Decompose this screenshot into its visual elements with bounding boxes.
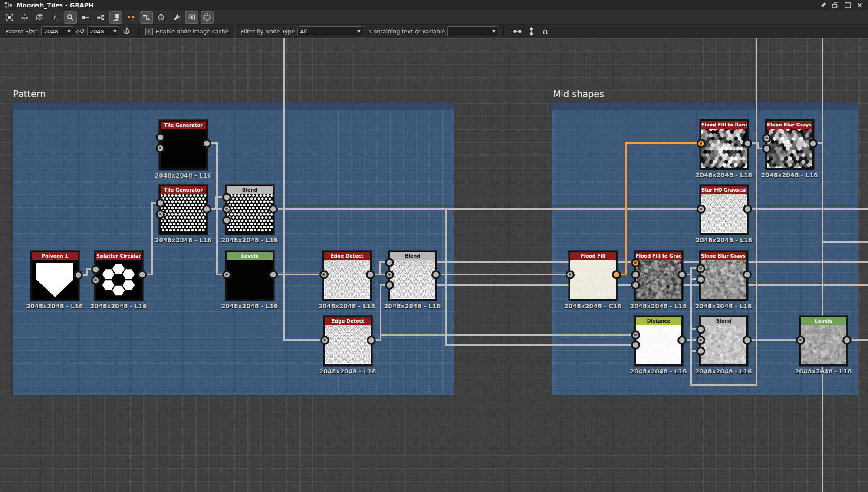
node-tile-generator-1[interactable]: Tile Generator	[159, 120, 208, 170]
input-connector[interactable]	[697, 139, 706, 148]
output-connector[interactable]	[367, 336, 376, 345]
node-flood-fill[interactable]: Flood Fill	[569, 251, 618, 301]
input-connector[interactable]	[156, 144, 165, 153]
frame-selection-icon-button[interactable]	[3, 11, 16, 24]
node-thumbnail[interactable]	[227, 194, 273, 233]
search-icon-button[interactable]	[64, 11, 77, 24]
input-connector[interactable]	[796, 336, 805, 345]
node-thumbnail[interactable]	[701, 325, 746, 364]
node-thumbnail[interactable]	[636, 325, 681, 364]
node-slope-blur-grayscale-1[interactable]: Slope Blur Grayscale	[765, 119, 814, 170]
input-connector[interactable]	[696, 347, 705, 356]
node-thumbnail[interactable]	[96, 260, 141, 299]
output-connector[interactable]	[677, 336, 687, 345]
align-nodes-vertical-icon-button[interactable]	[526, 26, 537, 36]
node-thumbnail[interactable]	[701, 260, 746, 299]
node-thumbnail[interactable]	[570, 260, 616, 299]
output-connector[interactable]	[809, 139, 818, 148]
node-thumbnail[interactable]	[767, 129, 812, 168]
node-blend-1[interactable]: Blend	[225, 185, 274, 235]
input-connector[interactable]	[762, 144, 771, 153]
frame-grid-icon-button[interactable]	[201, 11, 214, 24]
output-connector[interactable]	[269, 205, 278, 214]
output-connector[interactable]	[74, 271, 83, 280]
pin-icon[interactable]	[819, 1, 828, 9]
input-connector[interactable]	[631, 281, 640, 290]
link-creation-mode-icon-button[interactable]	[79, 11, 92, 24]
input-connector[interactable]	[222, 216, 231, 225]
output-connector[interactable]	[743, 139, 752, 148]
output-connector[interactable]	[202, 205, 211, 214]
node-levels-1[interactable]: Levels	[225, 251, 274, 301]
node-levels-2[interactable]: Levels	[799, 316, 848, 366]
input-connector[interactable]	[631, 258, 640, 267]
output-connector[interactable]	[269, 270, 278, 279]
output-connector[interactable]	[138, 270, 147, 279]
output-connector[interactable]	[743, 205, 752, 214]
node-thumbnail[interactable]	[701, 194, 747, 233]
compute-timing-icon-button[interactable]	[155, 11, 168, 24]
node-thumbnail[interactable]	[32, 260, 78, 299]
output-connector[interactable]	[743, 270, 752, 279]
node-distance[interactable]: Distance	[634, 316, 683, 366]
node-blur-hq-grayscale[interactable]: Blur HQ Grayscale	[700, 185, 749, 235]
node-image-cache-checkbox[interactable]: ✓	[145, 28, 153, 35]
node-edge-detect-1[interactable]: Edge Detect	[322, 251, 372, 301]
node-slope-blur-grayscale-2[interactable]: Slope Blur Grayscale	[699, 251, 748, 301]
window-restore-icon[interactable]	[831, 1, 840, 9]
input-connector[interactable]	[385, 270, 394, 279]
window-close-icon[interactable]	[855, 1, 865, 9]
node-splatter-circular[interactable]: Splatter Circular	[94, 251, 143, 301]
output-connector[interactable]	[743, 336, 752, 345]
output-connector[interactable]	[202, 139, 211, 148]
input-connector[interactable]	[696, 275, 705, 284]
input-connector[interactable]	[697, 205, 706, 214]
output-connector[interactable]	[842, 336, 852, 345]
node-edge-detect-2[interactable]: Edge Detect	[323, 316, 372, 366]
input-connector[interactable]	[222, 205, 231, 214]
zoom-actual-size-icon-button[interactable]: 1:1	[18, 11, 31, 24]
dot-connection-icon-button[interactable]	[125, 11, 138, 24]
input-connector[interactable]	[631, 340, 640, 350]
input-connector[interactable]	[91, 276, 100, 285]
input-connector[interactable]	[696, 336, 705, 345]
image-display-icon-button[interactable]	[185, 11, 198, 24]
input-connector[interactable]	[762, 134, 771, 143]
input-connector[interactable]	[156, 198, 165, 208]
input-connector[interactable]	[320, 336, 329, 345]
camera-snapshot-icon-button[interactable]	[33, 11, 46, 24]
node-thumbnail[interactable]	[390, 260, 435, 299]
containing-text-select[interactable]	[447, 26, 498, 36]
node-thumbnail[interactable]	[227, 260, 273, 299]
node-thumbnail[interactable]	[161, 194, 206, 233]
input-connector[interactable]	[319, 270, 329, 279]
input-connector[interactable]	[222, 270, 231, 279]
output-connector[interactable]	[366, 270, 375, 279]
reset-size-icon[interactable]	[121, 26, 132, 36]
node-polygon-1[interactable]: Polygon 1	[30, 251, 79, 301]
node-tile-generator-2[interactable]: Tile Generator	[159, 185, 208, 235]
parent-size-width-select[interactable]: 2048	[41, 26, 73, 36]
input-connector[interactable]	[91, 265, 100, 274]
node-split-icon-button[interactable]	[94, 11, 107, 24]
node-thumbnail[interactable]	[325, 325, 371, 364]
snap-guides-icon-button[interactable]	[539, 26, 551, 36]
node-thumbnail[interactable]	[636, 260, 681, 299]
input-connector[interactable]	[631, 330, 640, 340]
tools-icon-button[interactable]	[170, 11, 183, 24]
layers-stack-icon-button[interactable]	[109, 11, 122, 24]
align-nodes-horizontal-icon-button[interactable]	[512, 26, 523, 36]
input-connector[interactable]	[385, 258, 394, 267]
node-blend-3[interactable]: Blend	[699, 316, 748, 366]
parent-size-height-select[interactable]: 2048	[87, 26, 119, 36]
node-thumbnail[interactable]	[324, 260, 370, 299]
node-thumbnail[interactable]	[161, 129, 206, 168]
input-connector[interactable]	[566, 270, 575, 279]
chain-link-icon[interactable]	[75, 26, 86, 36]
input-connector[interactable]	[156, 210, 165, 219]
window-maximize-icon[interactable]	[843, 1, 852, 9]
filter-node-type-select[interactable]: All	[297, 26, 363, 36]
output-connector[interactable]	[431, 270, 441, 279]
node-flood-fill-to-gradient[interactable]: Flood Fill to Gradient	[634, 251, 683, 301]
output-connector[interactable]	[612, 270, 621, 279]
